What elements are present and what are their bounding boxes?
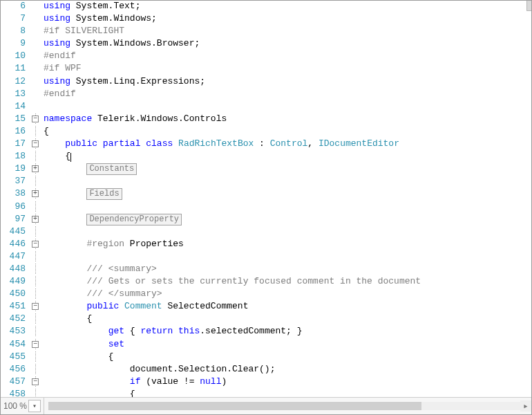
fold-collapse-icon[interactable]: − xyxy=(32,116,39,122)
code-content[interactable]: #endif xyxy=(42,50,531,61)
fold-gutter xyxy=(30,13,42,24)
fold-gutter: + xyxy=(30,163,42,174)
code-line[interactable]: 18 { xyxy=(1,151,531,163)
code-line[interactable]: 447 xyxy=(1,251,531,264)
fold-expand-icon[interactable]: + xyxy=(32,190,39,197)
fold-collapse-icon[interactable]: − xyxy=(32,303,39,310)
code-content[interactable]: namespace Telerik.Windows.Controls xyxy=(42,113,531,124)
code-content[interactable]: public partial class RadRichTextBox : Co… xyxy=(42,138,531,149)
line-number: 457 xyxy=(1,376,30,387)
code-line[interactable]: 449 /// Gets or sets the currently focus… xyxy=(1,276,531,288)
code-token: document.Selection.Clear(); xyxy=(44,364,275,374)
code-content[interactable]: Constants xyxy=(42,163,531,175)
code-content[interactable]: { xyxy=(42,351,531,362)
code-line[interactable]: 445 xyxy=(1,226,531,239)
code-line[interactable]: 19+ Constants xyxy=(1,163,531,176)
fold-gutter: − xyxy=(30,301,42,311)
code-line[interactable]: 456 document.Selection.Clear(); xyxy=(1,364,531,376)
fold-collapse-icon[interactable]: − xyxy=(32,378,39,385)
code-line[interactable]: 12using System.Linq.Expressions; xyxy=(1,76,531,89)
code-content[interactable]: using System.Windows; xyxy=(42,13,531,24)
code-line[interactable]: 8#if SILVERLIGHT xyxy=(1,26,531,38)
collapsed-region[interactable]: Fields xyxy=(86,188,122,200)
fold-gutter xyxy=(30,63,42,73)
line-number: 10 xyxy=(1,50,30,61)
zoom-dropdown-button[interactable]: ▾ xyxy=(28,400,41,412)
code-line[interactable]: 13#endif xyxy=(1,89,531,101)
code-token: using xyxy=(44,76,70,86)
code-line[interactable]: 6using System.Text; xyxy=(1,1,531,13)
code-content[interactable]: get { return this.selectedComment; } xyxy=(42,326,531,336)
code-content[interactable]: if (value != null) xyxy=(42,376,531,387)
fold-collapse-icon[interactable]: − xyxy=(32,341,39,348)
code-line[interactable]: 451− public Comment SelectedComment xyxy=(1,301,531,313)
code-content[interactable]: document.Selection.Clear(); xyxy=(42,364,531,374)
code-token xyxy=(44,138,65,149)
code-line[interactable]: 448 /// <summary> xyxy=(1,264,531,276)
code-token: public xyxy=(65,138,97,149)
fold-expand-icon[interactable]: + xyxy=(32,165,39,172)
code-line[interactable]: 457− if (value != null) xyxy=(1,376,531,389)
code-line[interactable]: 15−namespace Telerik.Windows.Controls xyxy=(1,113,531,126)
code-line[interactable]: 450 /// </summary> xyxy=(1,288,531,301)
code-line[interactable]: 14 xyxy=(1,101,531,113)
code-line[interactable]: 9using System.Windows.Browser; xyxy=(1,38,531,50)
code-line[interactable]: 97+ DependencyProperty xyxy=(1,214,531,226)
code-area[interactable]: 6using System.Text;7using System.Windows… xyxy=(1,1,531,398)
scrollbar-thumb[interactable] xyxy=(48,402,421,410)
fold-gutter xyxy=(30,76,42,86)
code-content[interactable]: /// Gets or sets the currently focused c… xyxy=(42,276,531,286)
code-line[interactable]: 454− set xyxy=(1,339,531,351)
line-number: 13 xyxy=(1,89,30,99)
collapsed-region[interactable]: Constants xyxy=(86,163,137,175)
code-line[interactable]: 11#if WPF xyxy=(1,63,531,75)
code-line[interactable]: 10#endif xyxy=(1,50,531,63)
code-token xyxy=(44,214,86,224)
code-line[interactable]: 17− public partial class RadRichTextBox … xyxy=(1,138,531,151)
horizontal-scrollbar[interactable]: ▸ xyxy=(48,400,531,412)
fold-gutter xyxy=(30,226,42,237)
code-token: (value != xyxy=(140,376,200,387)
code-token xyxy=(44,188,86,199)
code-token: partial xyxy=(103,138,141,149)
collapsed-region[interactable]: DependencyProperty xyxy=(86,214,182,225)
gutter: 97+ xyxy=(1,214,42,224)
code-content[interactable]: set xyxy=(42,339,531,349)
code-content[interactable]: using System.Linq.Expressions; xyxy=(42,76,531,86)
gutter: 9 xyxy=(1,38,42,48)
code-line[interactable]: 38+ Fields xyxy=(1,188,531,201)
line-number: 455 xyxy=(1,351,30,362)
code-content[interactable]: { xyxy=(42,151,531,161)
code-content[interactable]: DependencyProperty xyxy=(42,214,531,225)
fold-gutter xyxy=(30,26,42,36)
code-line[interactable]: 16{ xyxy=(1,126,531,138)
code-token xyxy=(44,326,108,336)
code-content[interactable]: public Comment SelectedComment xyxy=(42,301,531,311)
code-content[interactable]: /// <summary> xyxy=(42,264,531,274)
code-content[interactable]: #region Properties xyxy=(42,239,531,249)
code-content[interactable]: using System.Windows.Browser; xyxy=(42,38,531,48)
fold-collapse-icon[interactable]: − xyxy=(32,241,39,248)
code-line[interactable]: 452 { xyxy=(1,313,531,326)
code-content[interactable]: /// </summary> xyxy=(42,288,531,299)
fold-gutter xyxy=(30,251,42,261)
code-content[interactable]: Fields xyxy=(42,188,531,200)
fold-collapse-icon[interactable]: − xyxy=(32,140,39,147)
code-content[interactable]: #if SILVERLIGHT xyxy=(42,26,531,36)
code-content[interactable]: #if WPF xyxy=(42,63,531,73)
code-content[interactable]: #endif xyxy=(42,89,531,99)
code-token xyxy=(44,301,86,311)
scrollbar-right-arrow[interactable]: ▸ xyxy=(520,400,531,412)
code-line[interactable]: 446− #region Properties xyxy=(1,239,531,251)
code-line[interactable]: 37 xyxy=(1,176,531,188)
code-line[interactable]: 455 { xyxy=(1,351,531,364)
code-content[interactable]: { xyxy=(42,126,531,136)
code-content[interactable]: { xyxy=(42,313,531,324)
code-line[interactable]: 7using System.Windows; xyxy=(1,13,531,26)
code-line[interactable]: 453 get { return this.selectedComment; } xyxy=(1,326,531,338)
code-line[interactable]: 96 xyxy=(1,201,531,214)
code-token xyxy=(44,339,108,349)
fold-expand-icon[interactable]: + xyxy=(32,216,39,223)
code-token: #endif xyxy=(44,89,76,99)
code-content[interactable]: using System.Text; xyxy=(42,1,531,11)
